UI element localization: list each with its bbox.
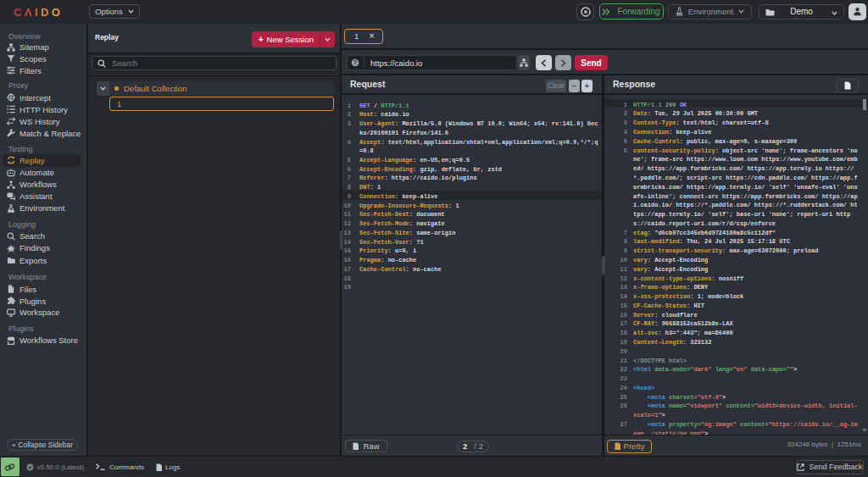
svg-text:?: ? (353, 59, 357, 65)
